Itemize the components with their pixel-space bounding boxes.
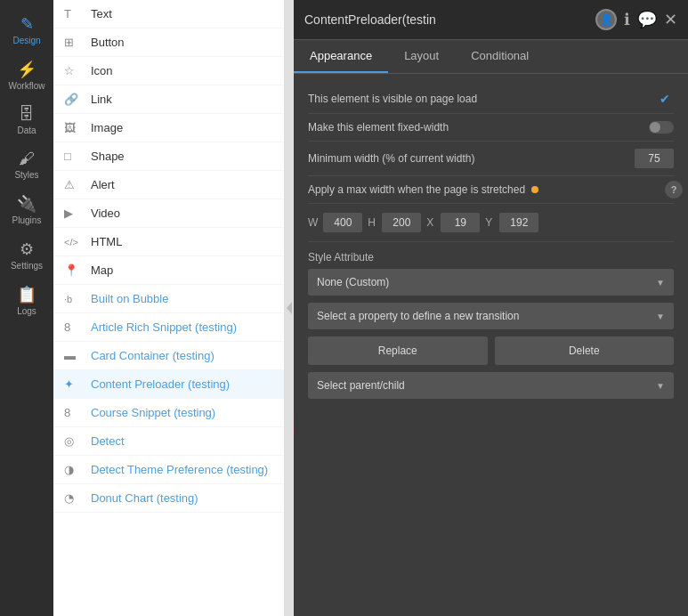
fixed-width-row: Make this element fixed-width bbox=[308, 114, 674, 142]
sidebar-item-settings[interactable]: ⚙ Settings bbox=[0, 232, 53, 278]
html-icon: </> bbox=[64, 237, 82, 247]
parent-child-dropdown[interactable]: Select parent/child ▼ bbox=[308, 372, 674, 399]
sidebar-icons: ✎ Design ⚡ Workflow 🗄 Data 🖌 Styles 🔌 Pl… bbox=[0, 0, 53, 616]
panel-content: This element is visible on page load ✔ M… bbox=[294, 74, 688, 417]
element-articlerich[interactable]: 8 Article Rich Snippet (testing) bbox=[53, 313, 284, 342]
element-donutchart[interactable]: ◔ Donut Chart (testing) bbox=[53, 484, 284, 513]
sidebar-item-logs[interactable]: 📋 Logs bbox=[0, 278, 53, 323]
element-button[interactable]: ⊞ Button bbox=[53, 28, 284, 57]
max-width-row: Apply a max width when the page is stret… bbox=[308, 176, 674, 204]
parent-child-label: Select parent/child bbox=[317, 379, 405, 392]
element-text-label: Text bbox=[91, 7, 112, 20]
styles-label: Styles bbox=[14, 170, 38, 180]
element-link[interactable]: 🔗 Link bbox=[53, 85, 284, 114]
tabs: Appearance Layout Conditional bbox=[294, 40, 688, 74]
design-label: Design bbox=[12, 36, 40, 45]
element-coursesnippet-label: Course Snippet (testing) bbox=[91, 406, 215, 419]
h-label: H bbox=[368, 216, 376, 229]
contentpreloader-icon: ✦ bbox=[64, 377, 82, 391]
element-image[interactable]: 🖼 Image bbox=[53, 114, 284, 142]
info-icon[interactable]: ℹ bbox=[624, 10, 630, 29]
close-icon[interactable]: ✕ bbox=[664, 10, 677, 29]
element-icon[interactable]: ☆ Icon bbox=[53, 57, 284, 85]
sidebar-item-design[interactable]: ✎ Design bbox=[0, 7, 53, 53]
design-icon: ✎ bbox=[20, 14, 34, 34]
builtonbubble-icon: ·b bbox=[64, 294, 82, 304]
min-width-input[interactable] bbox=[635, 149, 674, 168]
replace-button[interactable]: Replace bbox=[308, 336, 488, 365]
text-icon: T bbox=[64, 7, 82, 20]
link-icon: 🔗 bbox=[64, 93, 82, 106]
visible-on-load-row: This element is visible on page load ✔ bbox=[308, 85, 674, 114]
min-width-row: Minimum width (% of current width) bbox=[308, 142, 674, 176]
plugins-label: Plugins bbox=[12, 215, 42, 225]
height-input[interactable] bbox=[382, 213, 421, 232]
parent-child-arrow-icon: ▼ bbox=[656, 381, 665, 391]
x-label: X bbox=[426, 216, 435, 229]
detect-icon: ◎ bbox=[64, 434, 82, 448]
element-map[interactable]: 📍 Map bbox=[53, 256, 284, 285]
workflow-label: Workflow bbox=[9, 81, 45, 91]
element-detecttheme[interactable]: ◑ Detect Theme Preference (testing) bbox=[53, 456, 284, 484]
style-attr-dropdown[interactable]: None (Custom) ▼ bbox=[308, 269, 674, 296]
element-shape[interactable]: □ Shape bbox=[53, 142, 284, 171]
element-cardcontainer[interactable]: ▬ Card Container (testing) bbox=[53, 342, 284, 370]
element-link-label: Link bbox=[91, 93, 112, 106]
element-shape-label: Shape bbox=[91, 150, 125, 163]
tab-conditional[interactable]: Conditional bbox=[455, 40, 545, 73]
alert-icon: ⚠ bbox=[64, 178, 82, 191]
element-coursesnippet[interactable]: 8 Course Snippet (testing) bbox=[53, 399, 284, 427]
style-attr-section-label: Style Attribute bbox=[308, 242, 674, 269]
element-video[interactable]: ▶ Video bbox=[53, 199, 284, 228]
element-builtonbubble[interactable]: ·b Built on Bubble bbox=[53, 285, 284, 313]
panel-title: ContentPreloader(testin bbox=[304, 12, 436, 27]
dimensions-row: W H X Y bbox=[308, 204, 674, 242]
donutchart-icon: ◔ bbox=[64, 491, 82, 505]
element-html[interactable]: </> HTML bbox=[53, 228, 284, 256]
action-buttons: Replace Delete bbox=[308, 336, 674, 365]
element-alert[interactable]: ⚠ Alert bbox=[53, 171, 284, 199]
element-cardcontainer-label: Card Container (testing) bbox=[91, 349, 214, 362]
video-icon: ▶ bbox=[64, 207, 82, 220]
transition-dropdown[interactable]: Select a property to define a new transi… bbox=[308, 303, 674, 329]
panel-collapse-handle[interactable] bbox=[285, 0, 294, 616]
element-list: T Text ⊞ Button ☆ Icon 🔗 Link 🖼 Image □ … bbox=[53, 0, 285, 616]
element-button-label: Button bbox=[91, 36, 125, 49]
tab-layout[interactable]: Layout bbox=[388, 40, 455, 73]
delete-button[interactable]: Delete bbox=[495, 336, 675, 365]
settings-label: Settings bbox=[11, 261, 43, 271]
y-input[interactable] bbox=[499, 213, 538, 232]
element-text[interactable]: T Text bbox=[53, 0, 284, 28]
avatar-icon[interactable]: 👤 bbox=[595, 9, 617, 30]
cardcontainer-icon: ▬ bbox=[64, 349, 82, 362]
y-label: Y bbox=[485, 216, 494, 229]
icon-icon: ☆ bbox=[64, 64, 82, 77]
settings-icon: ⚙ bbox=[20, 239, 34, 259]
fixed-width-label: Make this element fixed-width bbox=[308, 121, 649, 134]
element-contentpreloader-label: Content Preloader (testing) bbox=[91, 377, 230, 391]
w-label: W bbox=[308, 216, 318, 229]
element-builtonbubble-label: Built on Bubble bbox=[91, 292, 168, 305]
styles-icon: 🖌 bbox=[19, 150, 35, 168]
logs-label: Logs bbox=[17, 306, 36, 316]
element-video-label: Video bbox=[91, 207, 120, 220]
element-detect[interactable]: ◎ Detect bbox=[53, 427, 284, 456]
element-icon-label: Icon bbox=[91, 64, 113, 77]
min-width-label: Minimum width (% of current width) bbox=[308, 152, 635, 165]
element-contentpreloader[interactable]: ✦ Content Preloader (testing) bbox=[53, 370, 284, 399]
chat-icon[interactable]: 💬 bbox=[637, 10, 657, 29]
transition-arrow-icon: ▼ bbox=[656, 312, 665, 321]
fixed-width-toggle[interactable] bbox=[649, 121, 674, 134]
sidebar-item-data[interactable]: 🗄 Data bbox=[0, 98, 53, 142]
x-input[interactable] bbox=[441, 213, 480, 232]
sidebar-item-styles[interactable]: 🖌 Styles bbox=[0, 142, 53, 187]
sidebar-item-plugins[interactable]: 🔌 Plugins bbox=[0, 187, 53, 232]
sidebar-item-workflow[interactable]: ⚡ Workflow bbox=[0, 53, 53, 98]
workflow-icon: ⚡ bbox=[17, 60, 36, 79]
width-input[interactable] bbox=[323, 213, 362, 232]
help-badge: ? bbox=[665, 181, 683, 199]
map-icon: 📍 bbox=[64, 263, 82, 277]
tab-appearance[interactable]: Appearance bbox=[294, 40, 388, 73]
visible-on-load-checkbox[interactable]: ✔ bbox=[660, 92, 674, 106]
element-alert-label: Alert bbox=[91, 178, 115, 191]
